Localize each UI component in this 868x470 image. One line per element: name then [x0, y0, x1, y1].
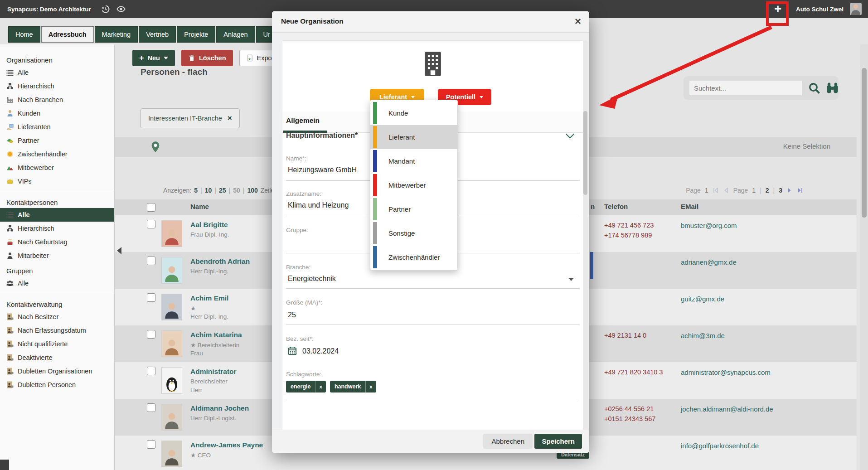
sidebar-item-kunden[interactable]: Kunden	[0, 107, 114, 120]
sidebar-collapse-handle[interactable]	[117, 247, 121, 254]
sidebar-item-nach-besitzer[interactable]: Nach Besitzer	[0, 310, 114, 324]
branche-field[interactable]: Energietechnik	[288, 275, 336, 283]
rpp-option-25[interactable]: 25	[219, 187, 226, 194]
user-avatar[interactable]	[850, 3, 862, 15]
row-checkbox[interactable]	[147, 220, 155, 228]
sidebar-item-nach-geburtstag[interactable]: Nach Geburtstag	[0, 235, 114, 249]
sidebar-item-org-hierarchisch[interactable]: Hierarchisch	[0, 79, 114, 93]
tab-vertrieb[interactable]: Vertrieb	[139, 26, 176, 43]
dropdown-option-kunde[interactable]: Kunde	[370, 101, 457, 125]
pagination-prev-icon[interactable]	[723, 187, 729, 194]
person-name[interactable]: Achim Emil	[190, 294, 228, 302]
row-checkbox[interactable]	[147, 440, 155, 449]
groesse-field[interactable]: 25	[288, 311, 296, 319]
tab-anlagen[interactable]: Anlagen	[216, 26, 255, 43]
sidebar-item-dubletten-personen[interactable]: Dubletten Personen	[0, 378, 114, 392]
cancel-button[interactable]: Abbrechen	[483, 434, 533, 449]
filter-chip[interactable]: Interessenten IT-Branche ×	[141, 108, 240, 128]
sidebar-item-personen-hierarchisch[interactable]: Hierarchisch	[0, 222, 114, 235]
history-icon[interactable]	[101, 5, 110, 14]
row-checkbox[interactable]	[147, 403, 155, 412]
person-name[interactable]: Andrew-James Payne	[190, 441, 263, 449]
tab-allgemein[interactable]: Allgemein	[286, 116, 320, 125]
pagination-page-3[interactable]: 3	[779, 187, 782, 194]
new-button[interactable]: +Neu	[132, 50, 175, 66]
person-email[interactable]: bmuster@org.com	[681, 222, 737, 229]
person-email[interactable]: achim@3m.de	[681, 332, 725, 339]
person-name[interactable]: Aal Brigitte	[190, 221, 228, 229]
sidebar-item-mitarbeiter[interactable]: Mitarbeiter	[0, 249, 114, 262]
tab-adressbuch[interactable]: Adressbuch	[41, 26, 94, 43]
sidebar-item-dubletten-organisationen[interactable]: Dubletten Organisationen	[0, 364, 114, 378]
dropdown-option-sonstige[interactable]: Sonstige	[370, 221, 457, 245]
sidebar-item-deaktivierte[interactable]: Deaktivierte	[0, 351, 114, 364]
save-button[interactable]: Speichern	[534, 434, 582, 449]
rpp-option-10[interactable]: 10	[205, 187, 212, 194]
avatar	[161, 257, 182, 284]
tag-remove-icon[interactable]: x	[315, 381, 325, 392]
bez-seit-field[interactable]: 03.02.2024	[302, 347, 339, 355]
zusatzname-field[interactable]: Klima und Heizung	[288, 201, 349, 209]
sidebar-item-gruppen-alle[interactable]: Alle	[0, 276, 114, 290]
row-checkbox[interactable]	[147, 293, 155, 302]
pagination-next-icon[interactable]	[786, 187, 793, 194]
page-scrollbar[interactable]	[860, 44, 868, 470]
rpp-option-5[interactable]: 5	[194, 187, 198, 194]
dropdown-option-mitbewerber[interactable]: Mitbewerber	[370, 173, 457, 197]
tag-energie[interactable]: energiex	[286, 381, 326, 392]
person-name[interactable]: Aldimann Jochen	[190, 404, 249, 412]
binoculars-icon[interactable]	[826, 82, 839, 94]
sidebar-item-org-alle[interactable]: Alle	[0, 66, 114, 79]
sidebar-item-nach-branchen[interactable]: Nach Branchen	[0, 93, 114, 107]
pagination-page-2[interactable]: 2	[766, 187, 769, 194]
rpp-option-50[interactable]: 50	[233, 187, 240, 194]
search-input[interactable]	[689, 81, 802, 95]
page-scrollbar-thumb[interactable]	[862, 68, 867, 218]
sidebar-item-partner[interactable]: Partner	[0, 134, 114, 147]
sidebar-item-zwischenhaendler[interactable]: Zwischenhändler	[0, 147, 114, 161]
person-email[interactable]: jochen.aldimann@aldi-nord.de	[681, 405, 773, 413]
tag-handwerk[interactable]: handwerkx	[330, 381, 376, 392]
delete-button[interactable]: Löschen	[181, 50, 233, 66]
user-name[interactable]: Auto Schul Zwei	[796, 6, 844, 13]
dropdown-option-mandant[interactable]: Mandant	[370, 149, 457, 173]
person-email[interactable]: administrator@synapcus.com	[681, 368, 771, 376]
sidebar-item-lieferanten[interactable]: Lieferanten	[0, 120, 114, 134]
modal-scrollbar[interactable]	[583, 40, 588, 430]
person-email[interactable]: adrianen@gmx.de	[681, 258, 737, 266]
tab-home[interactable]: Home	[8, 26, 40, 43]
eye-icon[interactable]	[116, 5, 126, 14]
sidebar-item-nach-erfassungsdatum[interactable]: Nach Erfassungsdatum	[0, 324, 114, 337]
pagination-first-icon[interactable]	[713, 187, 719, 194]
dropdown-option-zwischenhaendler[interactable]: Zwischenhändler	[370, 245, 457, 269]
pagination-page-1[interactable]: 1	[752, 187, 756, 194]
row-checkbox[interactable]	[147, 330, 155, 339]
row-checkbox[interactable]	[147, 367, 155, 375]
select-all-checkbox[interactable]	[147, 203, 155, 212]
search-icon[interactable]	[808, 82, 820, 94]
dropdown-option-partner[interactable]: Partner	[370, 197, 457, 221]
sidebar-item-mitbewerber[interactable]: Mitbewerber	[0, 161, 114, 174]
name-field[interactable]: Heizungsware GmbH	[288, 166, 357, 174]
pagination-last-icon[interactable]	[797, 187, 803, 194]
sidebar-item-vips[interactable]: VIPs	[0, 174, 114, 188]
calendar-icon[interactable]	[288, 346, 297, 355]
dropdown-option-lieferant[interactable]: Lieferant	[370, 125, 457, 149]
caret-down-icon[interactable]	[569, 278, 573, 281]
tab-marketing[interactable]: Marketing	[95, 26, 138, 43]
person-email[interactable]: guitz@gmx.de	[681, 295, 724, 303]
modal-scrollbar-thumb[interactable]	[583, 111, 587, 195]
sidebar-item-nicht-qualifizierte[interactable]: Nicht qualifizierte	[0, 337, 114, 351]
tab-projekte[interactable]: Projekte	[177, 26, 215, 43]
chip-close-icon[interactable]: ×	[228, 114, 232, 123]
person-name[interactable]: Abendroth Adrian	[190, 257, 250, 266]
sidebar-item-personen-alle[interactable]: Alle	[0, 208, 114, 222]
row-checkbox[interactable]	[147, 257, 155, 265]
person-name[interactable]: Administrator	[190, 368, 237, 376]
tag-remove-icon[interactable]: x	[366, 381, 376, 392]
close-icon[interactable]: ×	[575, 15, 581, 28]
rpp-option-100[interactable]: 100	[247, 187, 257, 194]
person-name[interactable]: Achim Katarina	[190, 331, 242, 339]
person-email[interactable]: info@golfparkrosenhof.de	[681, 442, 759, 450]
location-pin-icon[interactable]	[150, 141, 161, 153]
